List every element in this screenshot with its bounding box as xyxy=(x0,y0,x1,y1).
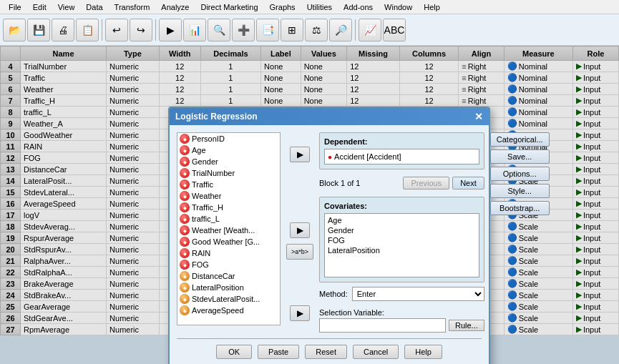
block-nav-btns: Previous Next xyxy=(403,177,484,190)
dialog-title-bar[interactable]: Logistic Regression ✕ xyxy=(170,108,489,125)
dependent-value: Accident [Accident] xyxy=(334,152,401,161)
previous-btn[interactable]: Previous xyxy=(403,177,449,190)
menu-graphs[interactable]: Graphs xyxy=(264,1,301,13)
var-list-item[interactable]: ◆RAIN xyxy=(177,247,280,259)
vars-btn[interactable]: 📊 xyxy=(183,19,206,41)
covariates-label: Covariates: xyxy=(324,202,479,210)
var-list-item[interactable]: ◆Good Weather [G... xyxy=(177,236,280,247)
goto-data-btn[interactable]: ▶ xyxy=(159,19,182,41)
var-list-item[interactable]: ◆Gender xyxy=(177,156,280,167)
dialog-close-btn[interactable]: ✕ xyxy=(474,111,483,122)
rule-btn[interactable]: Rule... xyxy=(449,320,484,331)
var-label: AverageSpeed xyxy=(192,306,244,315)
weight-btn[interactable]: ⚖ xyxy=(305,19,328,41)
cancel-btn[interactable]: Cancel xyxy=(353,345,399,359)
covariate-item[interactable]: FOG xyxy=(326,235,477,245)
covariates-list[interactable]: AgeGenderFOGLateralPosition xyxy=(324,213,479,277)
insert-cases-btn[interactable]: ➕ xyxy=(232,19,255,41)
var-list-item[interactable]: ◆StdevLateralPosit... xyxy=(177,293,280,305)
options-btn[interactable]: Options... xyxy=(490,167,550,181)
menu-file[interactable]: File xyxy=(3,1,27,13)
menubar: File Edit View Data Transform Analyze Di… xyxy=(0,0,619,14)
menu-analyze[interactable]: Analyze xyxy=(155,1,195,13)
var-list-item[interactable]: ◆Weather xyxy=(177,190,280,202)
var-list-item[interactable]: ◆traffic_L xyxy=(177,213,280,225)
var-label: TrialNumber xyxy=(192,169,235,177)
var-list-item[interactable]: ◆FOG xyxy=(177,259,280,270)
var-list-item[interactable]: ◆Weather [Weath... xyxy=(177,225,280,236)
covariates-section: Covariates: AgeGenderFOGLateralPosition xyxy=(319,197,484,282)
menu-data[interactable]: Data xyxy=(80,1,108,13)
var-list-item[interactable]: ◆AverageSpeed xyxy=(177,305,280,316)
var-icon: ◆ xyxy=(180,237,190,247)
redo-btn[interactable]: ↪ xyxy=(130,19,152,41)
var-icon: ◆ xyxy=(180,271,190,281)
var-icon: ◆ xyxy=(180,202,190,212)
variable-list[interactable]: ◆PersonID◆Age◆Gender◆TrialNumber◆Traffic… xyxy=(177,132,281,325)
find-btn[interactable]: 🔍 xyxy=(208,19,230,41)
var-label: Weather [Weath... xyxy=(192,226,255,235)
var-icon: ◆ xyxy=(180,248,190,258)
var-label: Traffic_H xyxy=(192,203,223,212)
toolbar-sep-2 xyxy=(155,19,156,41)
split-btn[interactable]: ⊞ xyxy=(281,19,303,41)
sel-var-input[interactable] xyxy=(319,318,446,333)
var-list-item[interactable]: ◆TrialNumber xyxy=(177,167,280,179)
chart-btn[interactable]: 📈 xyxy=(359,19,381,41)
var-label: Weather xyxy=(192,192,221,200)
style-btn[interactable]: Style... xyxy=(490,184,550,198)
var-icon: ◆ xyxy=(180,191,190,201)
ok-btn[interactable]: OK xyxy=(216,345,252,359)
help-btn[interactable]: Help xyxy=(404,345,442,359)
paste-btn[interactable]: Paste xyxy=(258,345,299,359)
menu-view[interactable]: View xyxy=(52,1,81,13)
var-list-item[interactable]: ◆PersonID xyxy=(177,133,280,144)
move-to-dependent-btn[interactable]: ▶ xyxy=(290,147,310,162)
menu-transform[interactable]: Transform xyxy=(109,1,156,13)
dialog-title-text: Logistic Regression xyxy=(175,112,258,122)
menu-direct-marketing[interactable]: Direct Marketing xyxy=(195,1,263,13)
open-btn[interactable]: 📂 xyxy=(3,19,26,41)
move-to-covariates-btn[interactable]: ▶ xyxy=(290,222,310,238)
categorical-btn[interactable]: Categorical... xyxy=(490,132,550,147)
covariate-item[interactable]: LateralPosition xyxy=(326,245,477,255)
covariate-item[interactable]: Gender xyxy=(326,225,477,235)
save-btn[interactable]: 💾 xyxy=(27,19,50,41)
var-list-item[interactable]: ◆LateralPosition xyxy=(177,282,280,293)
menu-help[interactable]: Help xyxy=(418,1,446,13)
var-label: DistanceCar xyxy=(192,272,235,280)
var-list-item[interactable]: ◆Traffic_H xyxy=(177,202,280,213)
var-icon: ◆ xyxy=(180,225,190,235)
var-icon: ◆ xyxy=(180,157,190,167)
var-icon: ◆ xyxy=(180,214,190,224)
insert-var-btn[interactable]: 📑 xyxy=(256,19,279,41)
logistic-regression-dialog: Logistic Regression ✕ ◆PersonID◆Age◆Gend… xyxy=(168,107,490,364)
next-btn[interactable]: Next xyxy=(452,177,484,190)
bootstrap-btn[interactable]: Bootstrap... xyxy=(490,201,550,215)
dialog-recall-btn[interactable]: 📋 xyxy=(76,19,99,41)
var-list-item[interactable]: ◆Traffic xyxy=(177,179,280,190)
var-label: Traffic xyxy=(192,180,213,189)
select-cases-btn[interactable]: 🔎 xyxy=(329,19,352,41)
toolbar-sep-1 xyxy=(102,19,102,41)
menu-utilities[interactable]: Utilities xyxy=(301,1,338,13)
var-icon: ◆ xyxy=(180,305,190,315)
covariate-item[interactable]: Age xyxy=(326,215,477,225)
move-to-selection-btn[interactable]: ▶ xyxy=(290,305,310,321)
method-select[interactable]: Enter Forward: LR Backward: LR xyxy=(352,287,484,301)
ab-btn[interactable]: >a*b> xyxy=(286,244,313,260)
menu-window[interactable]: Window xyxy=(379,1,418,13)
undo-btn[interactable]: ↩ xyxy=(105,19,128,41)
dependent-label: Dependent: xyxy=(324,137,479,146)
dependent-section: Dependent: ● Accident [Accident] xyxy=(319,132,484,169)
menu-addons[interactable]: Add-ons xyxy=(338,1,379,13)
menu-edit[interactable]: Edit xyxy=(27,1,52,13)
spell-btn[interactable]: ABC xyxy=(383,19,406,41)
reset-btn[interactable]: Reset xyxy=(305,345,347,359)
var-label: Good Weather [G... xyxy=(192,237,260,246)
dependent-input[interactable]: ● Accident [Accident] xyxy=(324,149,479,164)
var-list-item[interactable]: ◆DistanceCar xyxy=(177,270,280,282)
save-btn-dialog[interactable]: Save... xyxy=(490,149,550,164)
print-btn[interactable]: 🖨 xyxy=(52,19,74,41)
var-list-item[interactable]: ◆Age xyxy=(177,144,280,156)
